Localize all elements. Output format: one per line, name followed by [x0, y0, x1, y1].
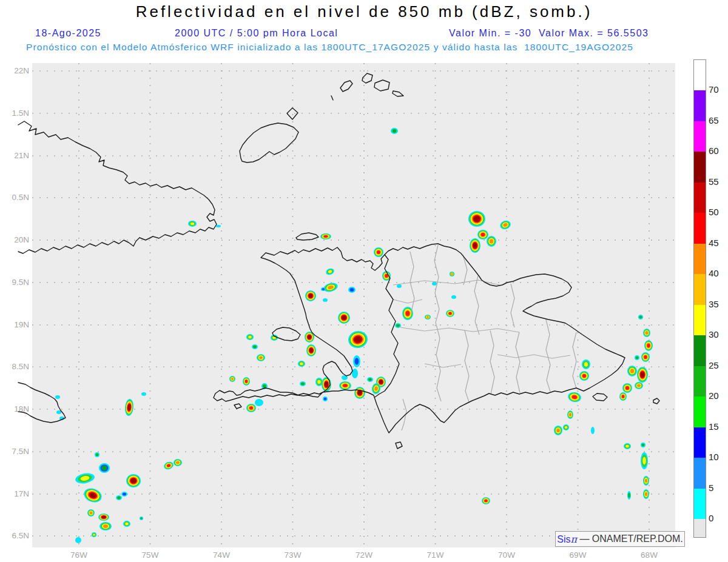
storm-cell [563, 424, 569, 430]
storm-cell [243, 377, 250, 386]
coastline-path [296, 233, 318, 240]
storm-cell [257, 354, 265, 361]
storm-cell [425, 315, 431, 319]
lon-tick-label: 72W [346, 550, 382, 560]
admin-boundary-path [436, 323, 441, 401]
storm-cell [622, 383, 632, 393]
coastline-path [240, 123, 298, 162]
storm-cell [92, 532, 96, 537]
colorbar-tick: 30 [709, 329, 719, 340]
admin-boundary-path [400, 327, 519, 332]
admin-boundary-path [511, 284, 514, 327]
storm-cell [482, 497, 490, 504]
lon-tick-label: 73W [275, 550, 311, 560]
admin-boundary-path [516, 332, 520, 393]
storm-cell [624, 443, 631, 449]
storm-cell [252, 344, 258, 349]
colorbar-segment [694, 90, 706, 121]
colorbar-segment [694, 121, 706, 152]
colorbar-segment [694, 182, 706, 213]
storm-cell [82, 486, 104, 505]
colorbar-tick: 50 [709, 207, 719, 217]
lon-tick-label: 70W [488, 550, 525, 560]
storm-cell [554, 426, 562, 435]
storm-cell [638, 315, 643, 319]
lat-tick-label: 7.5N [1, 447, 29, 456]
coastline-path [18, 121, 217, 253]
admin-boundary-path [463, 255, 467, 285]
storm-cell [246, 334, 254, 340]
colorbar-tick: 20 [709, 390, 719, 401]
storm-cell [641, 352, 650, 362]
storm-cell [644, 340, 653, 351]
weather-map-page: Reflectividad en el nivel de 850 mb (dBZ… [0, 0, 728, 562]
storm-cell [99, 463, 110, 473]
storm-cell [635, 382, 643, 389]
admin-boundary-path [497, 355, 570, 358]
colorbar-tick: 70 [709, 84, 719, 95]
colorbar-tick: 10 [709, 452, 719, 462]
lon-tick-label: 69W [560, 550, 596, 560]
coastline-path [234, 404, 241, 409]
province-boundaries [393, 245, 576, 430]
storm-cell [499, 219, 512, 230]
storm-cell [391, 128, 398, 134]
reflectivity-cells [55, 128, 653, 543]
colorbar-tick: 60 [709, 146, 719, 156]
storm-cell [567, 391, 582, 403]
storm-cell [579, 371, 589, 381]
storm-cell [402, 307, 413, 320]
coastline-path [393, 91, 403, 96]
storm-cell [323, 298, 328, 302]
storm-cell [56, 410, 61, 414]
storm-cell [641, 443, 645, 447]
storm-cell [323, 396, 328, 401]
colorbar-tick: 55 [709, 176, 719, 187]
colorbar-tick: 25 [709, 360, 719, 370]
colorbar-segment [694, 60, 706, 90]
colorbar-segment [694, 427, 706, 458]
colorbar-tick: 15 [709, 421, 719, 432]
coastline-path [396, 442, 402, 449]
colorbar-segment [694, 213, 706, 244]
storm-cell [325, 267, 335, 276]
storm-cell [446, 310, 454, 317]
admin-boundary-path [393, 299, 422, 303]
reflectivity-colorbar [693, 59, 706, 538]
storm-cell [354, 387, 365, 399]
colorbar-tick: 5 [709, 483, 713, 493]
storm-cell [298, 361, 305, 367]
storm-cell [470, 238, 480, 253]
storm-cell [591, 427, 595, 434]
sispi-logo: Sisπ [557, 534, 577, 545]
credit-org: — ONAMET/REP.DOM. [577, 534, 683, 544]
colorbar-segment [694, 274, 706, 305]
storm-cell [450, 272, 454, 276]
storm-cell [174, 459, 182, 466]
storm-cell [87, 509, 95, 517]
grid-lines [32, 63, 675, 547]
storm-cell [397, 284, 402, 288]
storm-cell [567, 410, 573, 419]
colorbar-tick: 0 [709, 513, 713, 523]
lat-tick-label: 21N [1, 151, 29, 160]
colorbar-segment [694, 458, 706, 489]
storm-cell [353, 355, 360, 367]
colorbar-segment [694, 305, 706, 336]
lat-tick-label: 9.5N [1, 278, 29, 287]
storm-cell [121, 492, 127, 497]
storm-cell [126, 474, 141, 487]
storm-cell [627, 491, 631, 500]
coastlines [18, 73, 659, 449]
coastline-path [653, 398, 659, 404]
storm-cell [271, 335, 278, 341]
storm-cell [643, 476, 649, 486]
lat-tick-label: 18N [1, 404, 29, 413]
coastline-path [340, 81, 352, 92]
storm-cell [487, 236, 496, 247]
admin-boundary-path [474, 276, 479, 335]
storm-cell [477, 230, 488, 239]
storm-cell [98, 513, 109, 521]
lat-tick-label: 8.5N [1, 362, 29, 371]
storm-cell [338, 312, 350, 324]
